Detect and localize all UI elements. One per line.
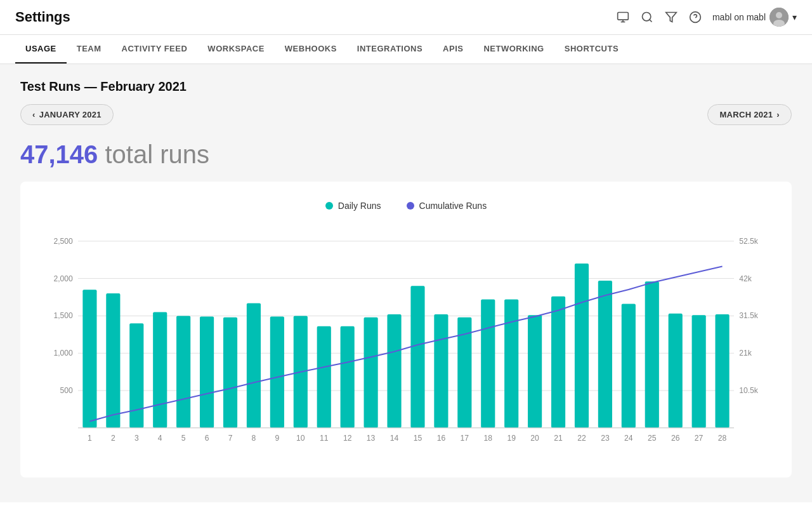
app-title: Settings: [15, 9, 70, 25]
monitor-icon[interactable]: [616, 10, 630, 24]
tab-workspace[interactable]: WORKSPACE: [197, 35, 274, 64]
svg-text:19: 19: [507, 434, 516, 443]
svg-marker-5: [666, 13, 677, 22]
svg-text:2,500: 2,500: [53, 237, 73, 246]
svg-text:5: 5: [181, 434, 186, 443]
avatar: [769, 8, 789, 27]
svg-text:11: 11: [320, 434, 329, 443]
svg-text:3: 3: [134, 434, 139, 443]
svg-text:10.5k: 10.5k: [739, 386, 759, 395]
svg-rect-81: [715, 314, 729, 428]
top-header: Settings mabl on mabl: [0, 0, 812, 35]
svg-text:6: 6: [205, 434, 209, 443]
main-content: Test Runs — February 2021 ‹ JANUARY 2021…: [0, 64, 812, 502]
search-icon[interactable]: [640, 10, 654, 24]
svg-text:12: 12: [343, 434, 352, 443]
svg-text:21: 21: [554, 434, 563, 443]
svg-text:8: 8: [252, 434, 256, 443]
svg-text:15: 15: [414, 434, 422, 443]
svg-rect-29: [106, 293, 120, 428]
svg-rect-61: [481, 300, 495, 428]
user-menu[interactable]: mabl on mabl ▾: [712, 8, 797, 27]
svg-rect-65: [528, 315, 542, 428]
chart-container: Daily Runs Cumulative Runs 2,50052.5k2,0…: [20, 182, 792, 478]
user-label: mabl on mabl: [712, 12, 766, 22]
svg-rect-47: [317, 326, 331, 428]
dropdown-arrow: ▾: [792, 12, 797, 22]
svg-text:1: 1: [88, 434, 92, 443]
total-runs-label: total runs: [98, 140, 209, 168]
svg-rect-41: [247, 303, 261, 427]
svg-rect-27: [82, 290, 96, 428]
svg-rect-57: [434, 314, 448, 428]
svg-text:2,000: 2,000: [53, 274, 73, 283]
chevron-left-icon: ‹: [32, 110, 36, 119]
svg-rect-49: [341, 326, 355, 428]
svg-text:27: 27: [695, 434, 704, 443]
svg-rect-75: [645, 281, 659, 427]
total-runs-display: 47,146 total runs: [20, 140, 792, 169]
svg-text:22: 22: [577, 434, 586, 443]
chevron-right-icon: ›: [776, 110, 780, 119]
svg-text:4: 4: [158, 434, 162, 443]
cumulative-runs-dot: [407, 202, 414, 210]
svg-rect-71: [598, 281, 612, 428]
header-right: mabl on mabl ▾: [616, 8, 797, 27]
svg-rect-37: [200, 317, 214, 428]
svg-text:10: 10: [296, 434, 305, 443]
svg-line-4: [650, 20, 652, 22]
svg-text:1,000: 1,000: [53, 349, 73, 358]
svg-rect-63: [504, 300, 518, 428]
tab-team[interactable]: TEAM: [67, 35, 112, 64]
svg-rect-33: [153, 312, 167, 428]
tab-shortcuts[interactable]: SHORTCUTS: [554, 35, 629, 64]
tab-integrations[interactable]: INTEGRATIONS: [347, 35, 433, 64]
chart-area: 2,50052.5k2,00042k1,50031.5k1,00021k5001…: [33, 224, 779, 465]
svg-rect-35: [176, 316, 190, 427]
svg-rect-77: [669, 314, 683, 428]
tab-activity-feed[interactable]: ACTIVITY FEED: [112, 35, 198, 64]
svg-text:9: 9: [275, 434, 279, 443]
svg-text:13: 13: [367, 434, 376, 443]
next-month-button[interactable]: MARCH 2021 ›: [707, 104, 792, 125]
svg-rect-53: [387, 314, 401, 428]
svg-rect-43: [270, 317, 284, 428]
svg-text:2: 2: [111, 434, 115, 443]
svg-text:500: 500: [60, 386, 74, 395]
svg-text:21k: 21k: [739, 349, 752, 358]
svg-rect-67: [551, 297, 565, 428]
svg-text:18: 18: [483, 434, 492, 443]
svg-rect-31: [129, 323, 143, 428]
svg-rect-0: [618, 13, 629, 20]
svg-text:17: 17: [461, 434, 469, 443]
chart-legend: Daily Runs Cumulative Runs: [33, 201, 779, 211]
total-runs-number: 47,146: [20, 140, 98, 168]
svg-text:23: 23: [601, 434, 610, 443]
svg-text:1,500: 1,500: [53, 311, 73, 320]
tab-usage[interactable]: USAGE: [15, 35, 67, 64]
legend-daily: Daily Runs: [325, 201, 381, 211]
tab-webhooks[interactable]: WEBHOOKS: [275, 35, 347, 64]
svg-rect-39: [223, 318, 237, 428]
svg-text:52.5k: 52.5k: [739, 237, 759, 246]
svg-rect-55: [410, 286, 424, 427]
daily-runs-dot: [325, 202, 333, 210]
cumulative-runs-label: Cumulative Runs: [419, 201, 487, 211]
svg-rect-69: [575, 264, 589, 428]
svg-text:25: 25: [648, 434, 657, 443]
svg-text:31.5k: 31.5k: [739, 311, 759, 320]
legend-cumulative: Cumulative Runs: [407, 201, 487, 211]
tab-networking[interactable]: NETWORKING: [473, 35, 554, 64]
tab-apis[interactable]: APIS: [433, 35, 473, 64]
prev-month-button[interactable]: ‹ JANUARY 2021: [20, 104, 114, 125]
prev-month-label: JANUARY 2021: [39, 110, 102, 119]
month-navigation: ‹ JANUARY 2021 MARCH 2021 ›: [20, 104, 792, 125]
svg-rect-73: [622, 304, 636, 428]
filter-icon[interactable]: [664, 10, 678, 24]
svg-text:28: 28: [718, 434, 727, 443]
svg-point-9: [776, 12, 782, 18]
help-icon[interactable]: [688, 10, 702, 24]
svg-point-3: [642, 13, 650, 21]
svg-rect-79: [692, 315, 706, 428]
page-title: Test Runs — February 2021: [20, 79, 792, 94]
